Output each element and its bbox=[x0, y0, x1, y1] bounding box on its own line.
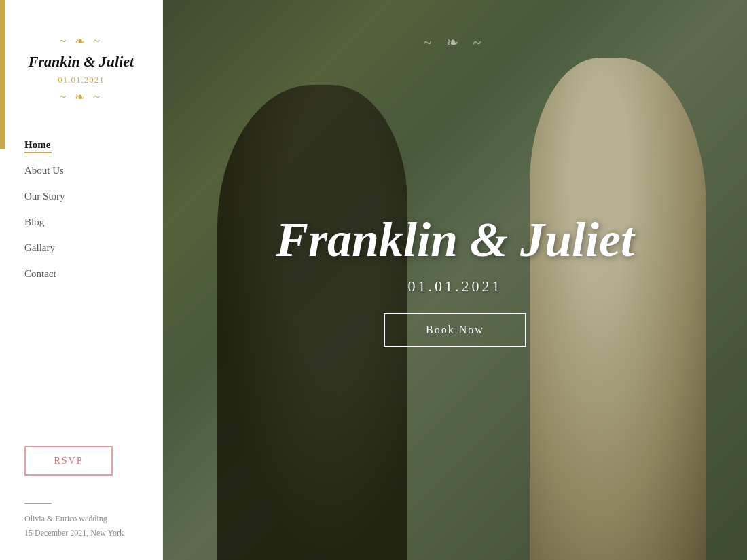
rsvp-area: RSVP bbox=[0, 419, 162, 503]
main-nav: Home About Us Our Story Blog Gallary Con… bbox=[0, 118, 162, 293]
nav-item-our-story[interactable]: Our Story bbox=[24, 190, 162, 202]
nav-link-home[interactable]: Home bbox=[24, 139, 50, 150]
logo-date: 01.01.2021 bbox=[58, 75, 105, 86]
sidebar-footer: Olivia & Enrico wedding 15 December 2021… bbox=[0, 503, 162, 560]
nav-link-our-story[interactable]: Our Story bbox=[24, 191, 65, 202]
hero-date: 01.01.2021 bbox=[408, 278, 503, 295]
logo-ornament-top: ~ ❧ ~ bbox=[60, 34, 103, 49]
nav-link-contact[interactable]: Contact bbox=[24, 268, 56, 279]
hero-background: ~ ❧ ~ Franklin & Juliet 01.01.2021 Book … bbox=[163, 0, 747, 560]
nav-item-gallery[interactable]: Gallary bbox=[24, 242, 162, 254]
footer-line2: 15 December 2021, New York bbox=[24, 528, 124, 538]
hero-content: Franklin & Juliet 01.01.2021 Book Now bbox=[276, 213, 634, 347]
hero-ornament: ~ ❧ ~ bbox=[424, 34, 487, 52]
nav-item-home[interactable]: Home bbox=[24, 138, 162, 151]
nav-item-blog[interactable]: Blog bbox=[24, 216, 162, 228]
rsvp-button[interactable]: RSVP bbox=[24, 446, 113, 476]
nav-item-contact[interactable]: Contact bbox=[24, 267, 162, 280]
footer-text: Olivia & Enrico wedding 15 December 2021… bbox=[24, 512, 138, 540]
logo-area: ~ ❧ ~ Frankin & Juliet 01.01.2021 ~ ❧ ~ bbox=[0, 0, 162, 118]
sidebar: ~ ❧ ~ Frankin & Juliet 01.01.2021 ~ ❧ ~ … bbox=[0, 0, 163, 560]
logo-title: Frankin & Juliet bbox=[29, 53, 134, 71]
hero-section: ~ ❧ ~ Franklin & Juliet 01.01.2021 Book … bbox=[163, 0, 747, 560]
nav-link-gallery[interactable]: Gallary bbox=[24, 242, 55, 253]
hero-title: Franklin & Juliet bbox=[276, 213, 634, 267]
book-now-button[interactable]: Book Now bbox=[384, 313, 526, 347]
nav-link-blog[interactable]: Blog bbox=[24, 217, 44, 227]
footer-divider bbox=[24, 503, 52, 504]
nav-item-about[interactable]: About Us bbox=[24, 164, 162, 176]
footer-line1: Olivia & Enrico wedding bbox=[24, 514, 107, 523]
nav-link-about[interactable]: About Us bbox=[24, 165, 64, 176]
logo-ornament-bottom: ~ ❧ ~ bbox=[60, 90, 103, 105]
